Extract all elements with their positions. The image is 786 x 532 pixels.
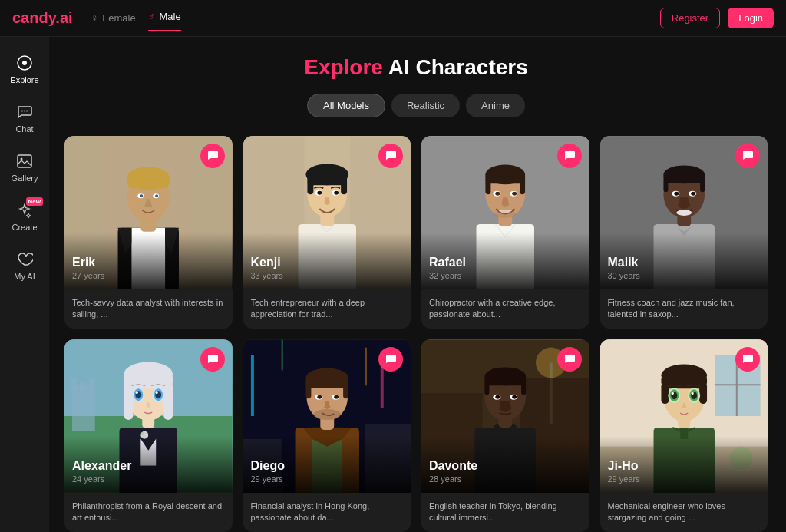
sidebar-item-gallery[interactable]: Gallery — [3, 144, 46, 190]
svg-rect-14 — [127, 173, 170, 188]
svg-rect-126 — [714, 384, 760, 385]
svg-rect-5 — [18, 155, 31, 167]
svg-point-2 — [21, 111, 23, 112]
svg-point-17 — [140, 194, 143, 197]
char-name-kenji: Kenji — [251, 256, 404, 269]
svg-point-1 — [22, 61, 27, 65]
char-card-malik[interactable]: Malik 30 years Fitness coach and jazz mu… — [600, 136, 768, 329]
chat-icon-erik[interactable] — [200, 144, 225, 168]
char-card-alexander[interactable]: Alexander 24 years Philanthropist from a… — [64, 339, 233, 532]
svg-point-58 — [676, 210, 692, 216]
char-desc-diego: Financial analyst in Hong Kong, passiona… — [251, 501, 404, 524]
svg-rect-51 — [663, 171, 705, 183]
char-info-erik: Tech-savvy data analyst with interests i… — [64, 289, 233, 329]
chat-icon-jiho[interactable] — [735, 347, 760, 372]
gender-tabs: ♀ Female ♂ Male — [91, 8, 181, 28]
char-overlay-diego: Diego 29 years — [243, 436, 411, 493]
chat-icon-malik[interactable] — [735, 144, 760, 168]
char-info-rafael: Chiropractor with a creative edge, passi… — [421, 289, 590, 329]
char-overlay-rafael: Rafael 32 years — [421, 233, 590, 289]
char-name-davonte: Davonte — [429, 459, 582, 473]
char-info-diego: Financial analyst in Hong Kong, passiona… — [243, 493, 411, 532]
chat-icon-alexander[interactable] — [200, 347, 225, 372]
char-card-erik[interactable]: Erik 27 years Tech-savvy data analyst wi… — [64, 136, 233, 329]
logo-dot: .ai — [55, 9, 72, 26]
topbar-right: Register Login — [660, 8, 774, 28]
register-button[interactable]: Register — [660, 8, 720, 28]
svg-rect-74 — [163, 382, 173, 420]
chat-label: Chat — [15, 124, 33, 134]
char-desc-erik: Tech-savvy data analyst with interests i… — [72, 297, 225, 321]
svg-rect-88 — [365, 347, 366, 385]
svg-rect-85 — [250, 355, 253, 415]
svg-rect-98 — [343, 382, 348, 398]
char-info-malik: Fitness coach and jazz music fan, talent… — [600, 289, 768, 329]
svg-rect-134 — [661, 382, 669, 404]
svg-rect-86 — [380, 362, 383, 408]
login-button[interactable]: Login — [728, 8, 774, 28]
svg-point-119 — [495, 395, 500, 398]
sidebar-item-chat[interactable]: Chat — [3, 95, 46, 141]
char-card-rafael[interactable]: Rafael 32 years Chiropractor with a crea… — [421, 136, 590, 329]
svg-rect-53 — [700, 178, 705, 192]
svg-rect-61 — [72, 385, 95, 431]
svg-point-142 — [671, 392, 673, 395]
char-desc-jiho: Mechanical engineer who loves stargazing… — [608, 501, 761, 524]
char-age-malik: 30 years — [608, 271, 761, 280]
svg-rect-38 — [485, 171, 525, 183]
svg-rect-114 — [484, 374, 526, 385]
sidebar-item-create[interactable]: New Create — [3, 193, 46, 240]
char-age-davonte: 28 years — [429, 474, 582, 484]
characters-grid: Erik 27 years Tech-savvy data analyst wi… — [64, 136, 768, 532]
chat-icon-davonte[interactable] — [557, 347, 582, 372]
svg-rect-27 — [307, 179, 313, 194]
char-card-jiho[interactable]: Ji-Ho 29 years Mechanical engineer who l… — [600, 339, 768, 532]
svg-rect-96 — [305, 375, 348, 388]
svg-rect-39 — [485, 177, 490, 194]
filter-tabs: All Models Realistic Anime — [64, 94, 768, 117]
char-desc-rafael: Chiropractor with a creative edge, passi… — [429, 297, 582, 321]
sidebar-item-explore[interactable]: Explore — [3, 46, 46, 92]
svg-point-32 — [334, 191, 339, 195]
chat-icon-kenji[interactable] — [378, 144, 403, 168]
char-overlay-malik: Malik 30 years — [600, 233, 768, 289]
char-overlay-alexander: Alexander 24 years — [64, 436, 233, 493]
chat-icon-diego[interactable] — [378, 347, 403, 372]
char-name-alexander: Alexander — [72, 459, 225, 473]
filter-all-models[interactable]: All Models — [307, 94, 385, 117]
svg-rect-97 — [305, 382, 311, 398]
svg-point-68 — [141, 432, 144, 435]
char-card-diego[interactable]: Diego 29 years Financial analyst in Hong… — [243, 339, 411, 532]
char-overlay-erik: Erik 27 years — [64, 233, 233, 289]
char-overlay-davonte: Davonte 28 years — [421, 436, 590, 493]
char-age-erik: 27 years — [72, 271, 225, 280]
svg-point-57 — [691, 192, 695, 196]
gender-tab-male[interactable]: ♂ Male — [148, 8, 181, 28]
filter-anime[interactable]: Anime — [466, 94, 525, 117]
create-label: Create — [12, 223, 37, 232]
gender-tab-female[interactable]: ♀ Female — [91, 9, 136, 27]
filter-realistic[interactable]: Realistic — [391, 94, 460, 117]
svg-point-6 — [21, 158, 23, 160]
svg-point-43 — [495, 192, 500, 196]
char-card-kenji[interactable]: Kenji 33 years Tech entrepreneur with a … — [243, 136, 411, 329]
svg-point-82 — [156, 391, 158, 394]
svg-point-99 — [313, 409, 341, 420]
male-label: Male — [159, 11, 180, 22]
explore-icon — [15, 54, 34, 72]
svg-point-31 — [317, 191, 322, 195]
svg-rect-52 — [663, 178, 668, 192]
male-icon: ♂ — [148, 11, 156, 22]
svg-point-44 — [512, 192, 517, 196]
char-desc-davonte: English teacher in Tokyo, blending cultu… — [429, 501, 582, 524]
sidebar-item-my-ai[interactable]: My AI — [3, 243, 46, 289]
title-rest: AI Characters — [383, 55, 528, 79]
char-card-davonte[interactable]: Davonte 28 years English teacher in Toky… — [421, 339, 590, 532]
char-desc-alexander: Philanthropist from a Royal descent and … — [72, 501, 225, 524]
chat-icon-rafael[interactable] — [557, 144, 582, 168]
char-desc-kenji: Tech entrepreneur with a deep appreciati… — [251, 297, 404, 321]
explore-label: Explore — [10, 75, 38, 84]
gallery-icon — [15, 152, 34, 170]
svg-point-18 — [155, 194, 158, 197]
char-name-erik: Erik — [72, 256, 225, 269]
